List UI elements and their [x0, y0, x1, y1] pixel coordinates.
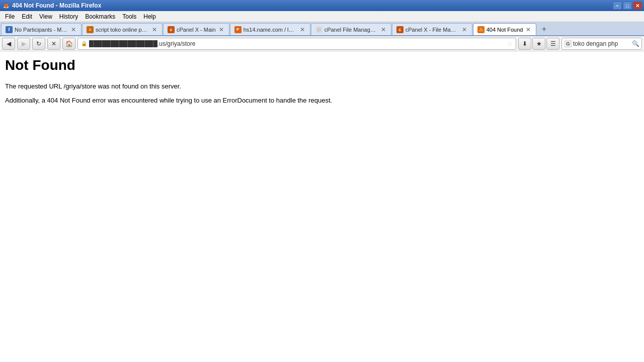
tab-3-label: cPanel X - Main [177, 27, 216, 33]
menu-view[interactable]: View [36, 12, 55, 21]
tab-4-icon: P [234, 26, 242, 33]
address-text: ████████████████.us/griya/store [89, 40, 505, 47]
search-bar[interactable]: G toko dengan php 🔍 [561, 38, 642, 50]
new-tab-button[interactable]: + [538, 23, 550, 35]
menu-edit[interactable]: Edit [19, 12, 35, 21]
reload-button[interactable]: ↻ [32, 38, 45, 50]
tab-4-close[interactable]: ✕ [299, 26, 306, 33]
bookmark-star[interactable]: ☆ [507, 40, 513, 47]
nav-right-buttons: ⬇ ★ ☰ [518, 38, 559, 50]
address-icon: 🔒 [81, 41, 87, 46]
tab-5-icon: □ [315, 26, 323, 33]
menu-help[interactable]: Help [140, 12, 159, 21]
tab-6[interactable]: c cPanel X - File Manager ✕ [392, 23, 472, 35]
menu-history[interactable]: History [56, 12, 81, 21]
back-button[interactable]: ◀ [2, 38, 15, 50]
search-go-button[interactable]: 🔍 [632, 40, 639, 47]
tab-7-close[interactable]: ✕ [525, 26, 532, 33]
menu-tools[interactable]: Tools [119, 12, 139, 21]
page-title: Not Found [5, 57, 639, 73]
close-button[interactable]: ✕ [633, 2, 642, 10]
menu-file[interactable]: File [2, 12, 18, 21]
tab-2[interactable]: ≡ script toko online php silahka... ✕ [82, 23, 163, 35]
nav-bar: ◀ ▶ ↻ ✕ 🏠 🔒 ████████████████.us/griya/st… [0, 36, 644, 51]
error-paragraph-2: Additionally, a 404 Not Found error was … [5, 96, 639, 106]
tab-1-label: No Participants - Messages [15, 27, 68, 33]
title-bar-left: 🦊 404 Not Found - Mozilla Firefox [2, 2, 101, 10]
tab-4-label: hs14.name.com / localhost / ... [244, 27, 297, 33]
title-bar-text: 404 Not Found - Mozilla Firefox [12, 2, 101, 9]
menu-button[interactable]: ☰ [546, 38, 559, 50]
page-content: Not Found The requested URL /griya/store… [0, 51, 644, 362]
search-input[interactable]: toko dengan php [573, 40, 631, 47]
menu-bar: File Edit View History Bookmarks Tools H… [0, 11, 644, 22]
tab-6-icon: c [396, 26, 404, 33]
tab-5[interactable]: □ cPanel File Manager v3 ✕ [311, 23, 391, 35]
title-bar-controls[interactable]: − □ ✕ [613, 2, 642, 10]
tab-6-close[interactable]: ✕ [461, 26, 468, 33]
tab-1-icon: f [6, 26, 13, 33]
tab-7[interactable]: ⚠ 404 Not Found ✕ [473, 23, 537, 35]
home-button[interactable]: 🏠 [62, 38, 75, 50]
tab-3[interactable]: c cPanel X - Main ✕ [163, 23, 229, 35]
bookmarks-button[interactable]: ★ [532, 38, 545, 50]
stop-button[interactable]: ✕ [47, 38, 60, 50]
forward-button[interactable]: ▶ [17, 38, 30, 50]
tab-3-close[interactable]: ✕ [218, 26, 225, 33]
tab-1[interactable]: f No Participants - Messages ✕ [1, 23, 82, 35]
tab-6-label: cPanel X - File Manager [406, 27, 459, 33]
tab-bar: f No Participants - Messages ✕ ≡ script … [0, 22, 644, 36]
title-bar: 🦊 404 Not Found - Mozilla Firefox − □ ✕ [0, 0, 644, 11]
tab-7-label: 404 Not Found [487, 27, 523, 33]
tab-2-icon: ≡ [87, 26, 94, 33]
tab-1-close[interactable]: ✕ [70, 26, 77, 33]
firefox-icon: 🦊 [2, 2, 10, 10]
tab-5-label: cPanel File Manager v3 [325, 27, 378, 33]
error-paragraph-1: The requested URL /griya/store was not f… [5, 81, 639, 92]
tab-2-close[interactable]: ✕ [151, 26, 158, 33]
tab-4[interactable]: P hs14.name.com / localhost / ... ✕ [230, 23, 310, 35]
search-engine-icon[interactable]: G [564, 40, 572, 48]
menu-bookmarks[interactable]: Bookmarks [82, 12, 118, 21]
restore-button[interactable]: □ [623, 2, 632, 10]
tab-2-label: script toko online php silahka... [96, 27, 149, 33]
minimize-button[interactable]: − [613, 2, 622, 10]
tab-5-close[interactable]: ✕ [380, 26, 387, 33]
tab-3-icon: c [168, 26, 175, 33]
address-bar[interactable]: 🔒 ████████████████.us/griya/store ☆ [77, 38, 516, 50]
tab-7-icon: ⚠ [477, 26, 485, 33]
download-button[interactable]: ⬇ [518, 38, 531, 50]
